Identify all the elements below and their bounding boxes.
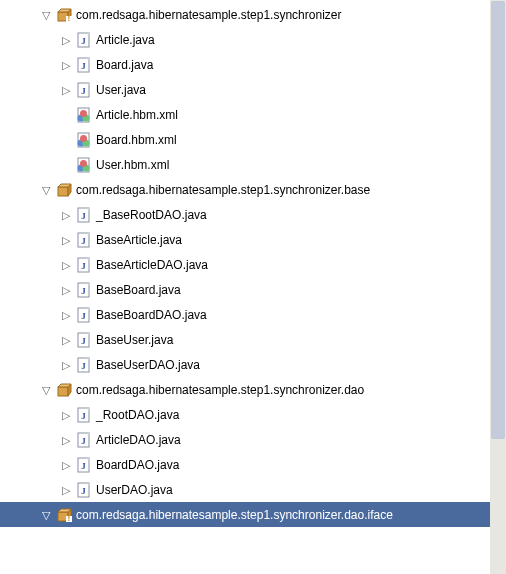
package-icon <box>56 182 72 198</box>
tree-item[interactable]: Board.hbm.xml <box>0 127 506 152</box>
tree-item-label: BaseArticleDAO.java <box>96 258 214 272</box>
java-file-icon: J <box>76 407 92 423</box>
scrollbar-thumb[interactable] <box>491 1 505 439</box>
java-file-icon: J <box>76 307 92 323</box>
tree-item-label: Board.java <box>96 58 159 72</box>
svg-text:J: J <box>81 486 86 496</box>
tree-item[interactable]: com.redsaga.hibernatesample.step1.synchr… <box>0 377 506 402</box>
collapse-arrow-icon[interactable] <box>60 434 72 446</box>
collapse-arrow-icon[interactable] <box>60 284 72 296</box>
svg-text:!: ! <box>68 15 70 22</box>
svg-text:J: J <box>81 261 86 271</box>
collapse-arrow-icon[interactable] <box>60 234 72 246</box>
collapse-arrow-icon[interactable] <box>60 209 72 221</box>
tree-item[interactable]: JBaseBoardDAO.java <box>0 302 506 327</box>
tree-item[interactable]: JArticle.java <box>0 27 506 52</box>
svg-text:J: J <box>81 36 86 46</box>
collapse-arrow-icon[interactable] <box>60 334 72 346</box>
java-file-icon: J <box>76 357 92 373</box>
vertical-scrollbar[interactable] <box>490 0 506 574</box>
tree-item[interactable]: J_BaseRootDAO.java <box>0 202 506 227</box>
tree-item[interactable]: JUser.java <box>0 77 506 102</box>
collapse-arrow-icon[interactable] <box>60 259 72 271</box>
tree-item[interactable]: JBaseArticleDAO.java <box>0 252 506 277</box>
expand-arrow-icon[interactable] <box>40 184 52 196</box>
tree-item-label: _BaseRootDAO.java <box>96 208 213 222</box>
svg-text:J: J <box>81 336 86 346</box>
svg-point-21 <box>80 135 87 142</box>
package-warn-icon: ! <box>56 507 72 523</box>
tree-item-label: BaseUser.java <box>96 333 179 347</box>
tree-item-label: com.redsaga.hibernatesample.step1.synchr… <box>76 508 399 522</box>
collapse-arrow-icon[interactable] <box>60 34 72 46</box>
svg-text:J: J <box>81 86 86 96</box>
java-file-icon: J <box>76 432 92 448</box>
tree-item[interactable]: J_RootDAO.java <box>0 402 506 427</box>
svg-text:J: J <box>81 361 86 371</box>
java-file-icon: J <box>76 207 92 223</box>
expand-arrow-icon[interactable] <box>40 509 52 521</box>
tree-item-label: User.hbm.xml <box>96 158 175 172</box>
tree-item-label: Article.hbm.xml <box>96 108 184 122</box>
tree-item-label: _RootDAO.java <box>96 408 185 422</box>
tree-item[interactable]: JUserDAO.java <box>0 477 506 502</box>
tree-item-label: ArticleDAO.java <box>96 433 187 447</box>
tree-item[interactable]: JBoard.java <box>0 52 506 77</box>
tree-item-label: UserDAO.java <box>96 483 179 497</box>
svg-text:J: J <box>81 436 86 446</box>
tree-item[interactable]: JBoardDAO.java <box>0 452 506 477</box>
tree-item[interactable]: JBaseUser.java <box>0 327 506 352</box>
tree-item-label: com.redsaga.hibernatesample.step1.synchr… <box>76 383 370 397</box>
svg-point-25 <box>80 160 87 167</box>
tree-item[interactable]: !com.redsaga.hibernatesample.step1.synch… <box>0 2 506 27</box>
tree-item[interactable]: User.hbm.xml <box>0 152 506 177</box>
collapse-arrow-icon[interactable] <box>60 84 72 96</box>
java-file-icon: J <box>76 482 92 498</box>
java-file-icon: J <box>76 457 92 473</box>
tree-item[interactable]: JBaseBoard.java <box>0 277 506 302</box>
collapse-arrow-icon[interactable] <box>60 359 72 371</box>
java-file-icon: J <box>76 332 92 348</box>
xml-file-icon <box>76 132 92 148</box>
svg-text:J: J <box>81 211 86 221</box>
tree-item[interactable]: Article.hbm.xml <box>0 102 506 127</box>
svg-point-17 <box>80 110 87 117</box>
collapse-arrow-icon[interactable] <box>60 459 72 471</box>
collapse-arrow-icon[interactable] <box>60 409 72 421</box>
java-file-icon: J <box>76 257 92 273</box>
tree-item-label: BaseBoard.java <box>96 283 187 297</box>
collapse-arrow-icon[interactable] <box>60 309 72 321</box>
tree-item[interactable]: !com.redsaga.hibernatesample.step1.synch… <box>0 502 506 527</box>
svg-text:J: J <box>81 411 86 421</box>
java-file-icon: J <box>76 32 92 48</box>
package-icon <box>56 382 72 398</box>
java-file-icon: J <box>76 232 92 248</box>
tree-item[interactable]: JBaseArticle.java <box>0 227 506 252</box>
tree-item-label: Article.java <box>96 33 161 47</box>
tree-item[interactable]: com.redsaga.hibernatesample.step1.synchr… <box>0 177 506 202</box>
svg-rect-26 <box>58 187 68 196</box>
xml-file-icon <box>76 107 92 123</box>
collapse-arrow-icon[interactable] <box>60 484 72 496</box>
svg-rect-50 <box>58 387 68 396</box>
tree-item[interactable]: JArticleDAO.java <box>0 427 506 452</box>
tree-item-label: Board.hbm.xml <box>96 133 183 147</box>
package-warn-icon: ! <box>56 7 72 23</box>
svg-text:J: J <box>81 286 86 296</box>
java-file-icon: J <box>76 82 92 98</box>
tree-item-label: BoardDAO.java <box>96 458 185 472</box>
expand-arrow-icon[interactable] <box>40 9 52 21</box>
tree-item-label: BaseBoardDAO.java <box>96 308 213 322</box>
package-explorer-tree[interactable]: !com.redsaga.hibernatesample.step1.synch… <box>0 0 506 527</box>
tree-item[interactable]: JBaseUserDAO.java <box>0 352 506 377</box>
svg-text:J: J <box>81 61 86 71</box>
tree-item-label: BaseUserDAO.java <box>96 358 206 372</box>
tree-item-label: User.java <box>96 83 152 97</box>
svg-text:J: J <box>81 311 86 321</box>
tree-item-label: BaseArticle.java <box>96 233 188 247</box>
xml-file-icon <box>76 157 92 173</box>
java-file-icon: J <box>76 57 92 73</box>
svg-text:J: J <box>81 236 86 246</box>
collapse-arrow-icon[interactable] <box>60 59 72 71</box>
expand-arrow-icon[interactable] <box>40 384 52 396</box>
